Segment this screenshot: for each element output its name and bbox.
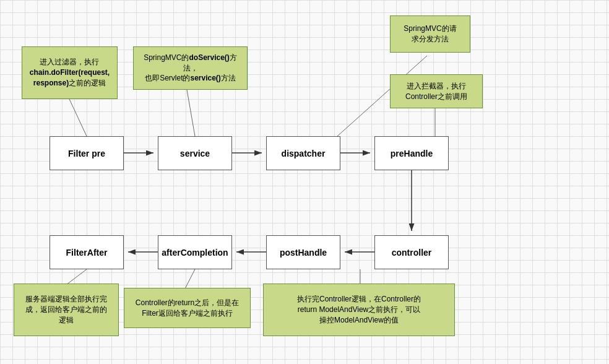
note-service-text: SpringMVC的doService()方法，也即Servlet的servic… [137, 53, 243, 84]
note-interceptor: 进入拦截器，执行Controller之前调用 [390, 74, 483, 108]
dispatcher-label: dispatcher [282, 149, 326, 158]
note-interceptor-text: 进入拦截器，执行Controller之前调用 [405, 81, 467, 102]
note-posthandle: 执行完Controller逻辑，在Controller的return Model… [263, 284, 455, 336]
controller-label: controller [392, 248, 432, 258]
prehandle-box: preHandle [374, 136, 449, 170]
filter-after-label: FilterAfter [66, 248, 108, 258]
note-aftercompletion-text: Controller的return之后，但是在Filter返回给客户端之前执行 [136, 298, 239, 319]
note-filter-after: 服务器端逻辑全部执行完成，返回给客户端之前的逻辑 [14, 284, 119, 336]
posthandle-box: postHandle [266, 235, 340, 269]
note-springmvc-text: SpringMVC的请求分发方法 [404, 24, 456, 45]
diagram-canvas: Filter pre service dispatcher preHandle … [0, 0, 609, 364]
service-box: service [158, 136, 232, 170]
controller-box: controller [374, 235, 449, 269]
note-aftercompletion: Controller的return之后，但是在Filter返回给客户端之前执行 [124, 288, 251, 328]
note-filter-after-text: 服务器端逻辑全部执行完成，返回给客户端之前的逻辑 [25, 294, 107, 325]
service-label: service [180, 149, 210, 158]
note-service: SpringMVC的doService()方法，也即Servlet的servic… [133, 46, 248, 90]
prehandle-label: preHandle [391, 149, 433, 158]
aftercompletion-box: afterCompletion [158, 235, 232, 269]
dispatcher-box: dispatcher [266, 136, 340, 170]
note-posthandle-text: 执行完Controller逻辑，在Controller的return Model… [297, 294, 421, 325]
note-springmvc: SpringMVC的请求分发方法 [390, 15, 470, 53]
posthandle-label: postHandle [280, 248, 327, 258]
filter-pre-label: Filter pre [68, 149, 105, 158]
note-filter-pre: 进入过滤器，执行chain.doFilter(request,response)… [22, 46, 118, 99]
aftercompletion-label: afterCompletion [162, 248, 228, 258]
svg-line-9 [187, 90, 195, 136]
svg-line-8 [69, 99, 87, 136]
svg-line-12 [66, 269, 87, 285]
filter-pre-box: Filter pre [50, 136, 124, 170]
filter-after-box: FilterAfter [50, 235, 124, 269]
note-filter-pre-text: 进入过滤器，执行chain.doFilter(request,response)… [30, 57, 110, 88]
